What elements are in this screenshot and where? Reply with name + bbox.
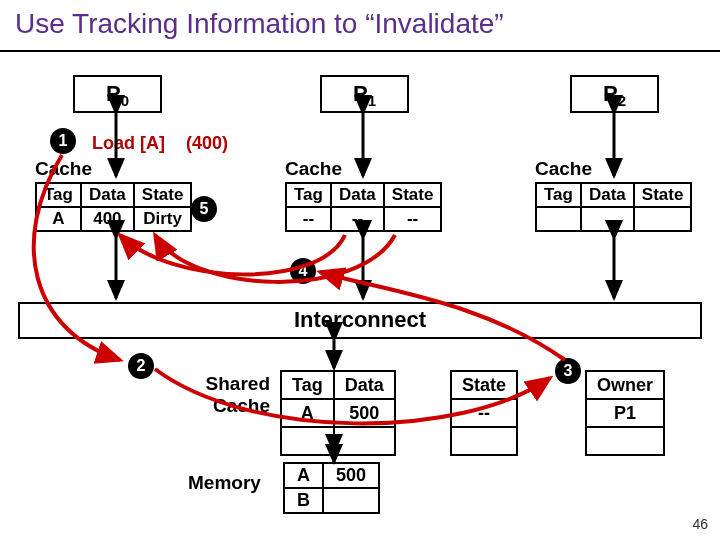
memory-table: A500 B xyxy=(283,462,380,514)
load-op-label: Load [A] xyxy=(92,133,165,154)
processor-p0: P0 xyxy=(73,75,162,113)
cache2-label: Cache xyxy=(535,158,592,180)
processor-p1: P1 xyxy=(320,75,409,113)
cache2-table: TagDataState xyxy=(535,182,692,232)
memory-label: Memory xyxy=(188,472,261,494)
step-3: 3 xyxy=(555,358,581,384)
slide-number: 46 xyxy=(692,516,708,532)
step-5: 5 xyxy=(191,196,217,222)
cache0-table: TagDataState A400Dirty xyxy=(35,182,192,232)
step-2: 2 xyxy=(128,353,154,379)
shared-cache-owner: Owner P1 xyxy=(585,370,665,456)
cache0-label: Cache xyxy=(35,158,92,180)
load-val-label: (400) xyxy=(186,133,228,154)
processor-p2: P2 xyxy=(570,75,659,113)
step-4: 4 xyxy=(290,258,316,284)
slide-title: Use Tracking Information to “Invalidate” xyxy=(15,8,504,40)
shared-cache-state: State -- xyxy=(450,370,518,456)
title-underline xyxy=(0,50,720,52)
cache1-label: Cache xyxy=(285,158,342,180)
shared-cache-label: SharedCache xyxy=(195,373,270,417)
step-1: 1 xyxy=(50,128,76,154)
cache1-table: TagDataState ------ xyxy=(285,182,442,232)
interconnect-bar: Interconnect xyxy=(18,302,702,339)
shared-cache-tagdata: TagData A500 xyxy=(280,370,396,456)
